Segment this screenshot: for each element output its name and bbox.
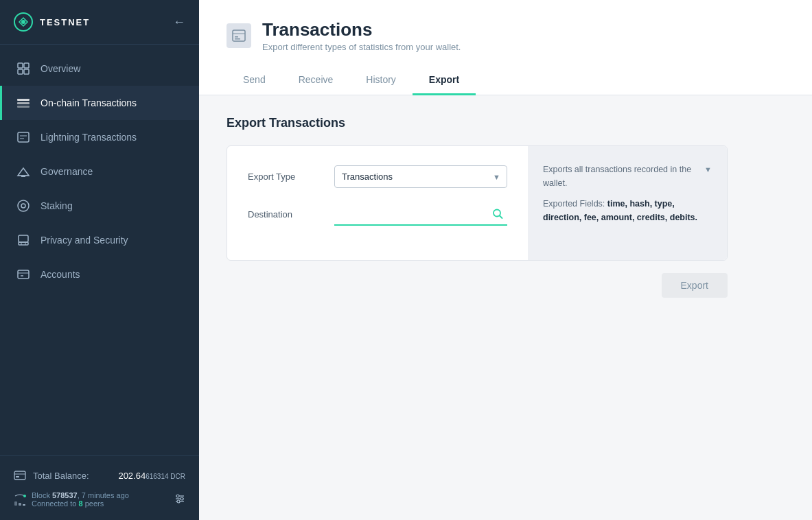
- connection-icon: [14, 501, 26, 506]
- content-area: Export Transactions Export Type Transact…: [199, 95, 812, 520]
- footer-status: Block 578537, 7 minutes ago Connected to…: [11, 487, 188, 512]
- sidebar-item-accounts[interactable]: Accounts: [0, 257, 199, 292]
- export-type-select[interactable]: Transactions Tickets Addresses: [334, 165, 507, 188]
- tab-send[interactable]: Send: [227, 66, 282, 95]
- destination-row: Destination: [248, 203, 507, 226]
- total-balance-row: Total Balance: 202.64616314 DCR: [11, 464, 188, 487]
- export-button[interactable]: Export: [662, 273, 728, 298]
- page-title-area: Transactions Export different types of s…: [227, 19, 785, 52]
- destination-input-wrapper: [334, 203, 507, 226]
- export-info-header: Exports all transactions recorded in the…: [543, 163, 712, 190]
- svg-point-15: [21, 204, 25, 208]
- export-type-row: Export Type Transactions Tickets Address…: [248, 165, 507, 188]
- destination-label: Destination: [248, 209, 323, 220]
- sidebar-item-privacy-security[interactable]: Privacy and Security: [0, 223, 199, 257]
- export-info-description: Exports all transactions recorded in the…: [543, 163, 704, 190]
- overview-icon: [16, 61, 31, 76]
- tab-history[interactable]: History: [349, 66, 413, 95]
- svg-point-33: [176, 495, 179, 497]
- tab-export[interactable]: Export: [413, 66, 476, 95]
- sidebar-item-staking[interactable]: Staking: [0, 189, 199, 223]
- section-title: Export Transactions: [227, 116, 785, 130]
- svg-rect-39: [235, 38, 240, 40]
- sidebar-item-label: Staking: [40, 200, 73, 211]
- svg-rect-2: [18, 63, 23, 68]
- svg-rect-36: [233, 30, 245, 41]
- back-button[interactable]: ←: [173, 15, 185, 29]
- block-line: Block 578537, 7 minutes ago: [32, 491, 129, 499]
- tabs-bar: Send Receive History Export: [227, 66, 785, 95]
- svg-rect-23: [14, 471, 25, 480]
- app-name: TESTNET: [40, 17, 90, 27]
- export-card: Export Type Transactions Tickets Address…: [227, 145, 728, 261]
- block-info: Block 578537, 7 minutes ago Connected to…: [32, 491, 129, 508]
- footer-left: Block 578537, 7 minutes ago Connected to…: [14, 491, 129, 508]
- page-title: Transactions: [262, 19, 461, 40]
- governance-icon: [16, 164, 31, 179]
- sidebar-item-lightning-transactions[interactable]: Lightning Transactions: [0, 120, 199, 154]
- exported-fields-label: Exported Fields:: [543, 199, 605, 209]
- export-button-row: Export: [227, 273, 728, 298]
- status-icons: [14, 493, 26, 506]
- page-title-text: Transactions Export different types of s…: [262, 19, 461, 52]
- total-balance-label: Total Balance:: [33, 471, 89, 481]
- sidebar-item-overview[interactable]: Overview: [0, 51, 199, 86]
- svg-rect-38: [235, 36, 238, 38]
- page-subtitle: Export different types of statistics fro…: [262, 42, 461, 52]
- svg-point-14: [18, 200, 29, 211]
- sidebar-item-label: Accounts: [40, 269, 80, 280]
- svg-rect-6: [17, 99, 30, 101]
- page-title-icon: [227, 23, 251, 48]
- svg-rect-3: [24, 63, 29, 68]
- sync-icon: [14, 493, 26, 499]
- sidebar-item-label: Lightning Transactions: [40, 132, 137, 143]
- app-logo-icon: [14, 12, 33, 32]
- svg-rect-28: [19, 503, 21, 506]
- svg-point-1: [21, 20, 25, 24]
- svg-rect-4: [18, 69, 23, 74]
- export-info-panel: Exports all transactions recorded in the…: [528, 146, 727, 260]
- destination-input[interactable]: [334, 203, 507, 226]
- search-icon: [492, 208, 503, 221]
- svg-rect-25: [16, 476, 19, 477]
- svg-rect-5: [24, 69, 29, 74]
- peers-line: Connected to 8 peers: [32, 499, 129, 508]
- svg-point-34: [181, 497, 183, 500]
- sidebar-footer: Total Balance: 202.64616314 DCR: [0, 455, 199, 520]
- sidebar-item-governance[interactable]: Governance: [0, 154, 199, 189]
- sidebar: TESTNET ← Overview: [0, 0, 199, 520]
- dropdown-arrow-icon: ▼: [704, 164, 712, 176]
- svg-point-35: [177, 500, 180, 503]
- main-content: Transactions Export different types of s…: [199, 0, 812, 520]
- svg-point-26: [23, 495, 26, 497]
- sidebar-header: TESTNET ←: [0, 0, 199, 45]
- tab-receive[interactable]: Receive: [282, 66, 350, 95]
- balance-amount: 202.64616314 DCR: [118, 471, 185, 481]
- svg-rect-27: [14, 501, 17, 506]
- svg-rect-29: [23, 504, 25, 506]
- settings-icon[interactable]: [174, 493, 185, 506]
- svg-line-41: [500, 215, 502, 218]
- lightning-icon: [16, 130, 31, 145]
- sidebar-item-label: Overview: [40, 63, 80, 74]
- sidebar-nav: Overview On-chain Transactions: [0, 45, 199, 455]
- svg-rect-9: [18, 132, 29, 142]
- export-type-label: Export Type: [248, 172, 323, 182]
- export-info-fields: Exported Fields: time, hash, type, direc…: [543, 197, 712, 224]
- svg-rect-8: [17, 106, 30, 108]
- sidebar-item-label: Governance: [40, 166, 93, 177]
- sidebar-item-label: Privacy and Security: [40, 235, 128, 246]
- svg-rect-16: [19, 235, 28, 242]
- svg-rect-20: [18, 270, 29, 279]
- page-header: Transactions Export different types of s…: [199, 0, 812, 95]
- accounts-icon: [16, 267, 31, 282]
- export-type-select-wrapper: Transactions Tickets Addresses ▼: [334, 165, 507, 188]
- transactions-icon: [16, 95, 31, 110]
- staking-icon: [16, 198, 31, 213]
- balance-icon: [14, 469, 26, 482]
- sidebar-item-on-chain-transactions[interactable]: On-chain Transactions: [0, 86, 199, 120]
- privacy-icon: [16, 233, 31, 248]
- sidebar-item-label: On-chain Transactions: [40, 97, 137, 108]
- svg-rect-7: [17, 102, 30, 104]
- export-form: Export Type Transactions Tickets Address…: [227, 146, 528, 260]
